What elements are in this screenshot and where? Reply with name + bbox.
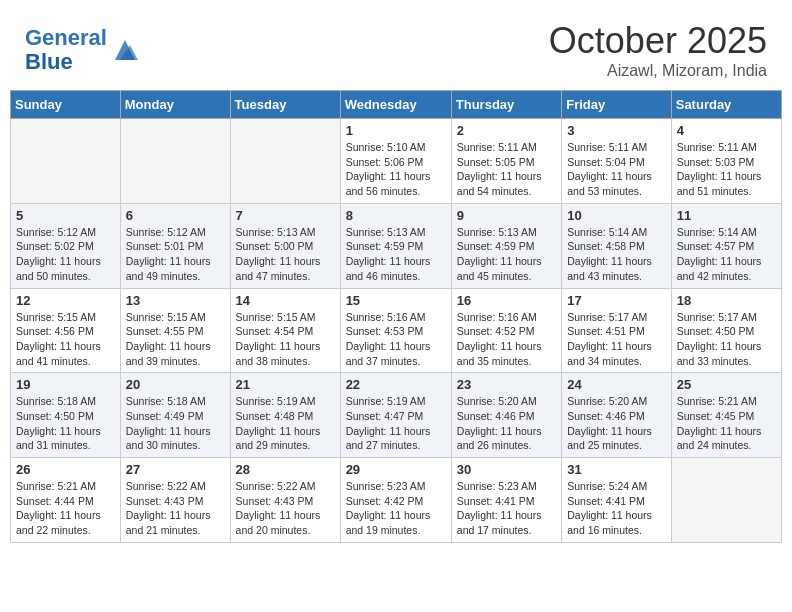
day-info: Sunrise: 5:23 AMSunset: 4:41 PMDaylight:… — [457, 479, 556, 538]
day-number: 22 — [346, 377, 446, 392]
calendar-cell: 12Sunrise: 5:15 AMSunset: 4:56 PMDayligh… — [11, 288, 121, 373]
day-number: 20 — [126, 377, 225, 392]
title-block: October 2025 Aizawl, Mizoram, India — [549, 20, 767, 80]
calendar-table: SundayMondayTuesdayWednesdayThursdayFrid… — [10, 90, 782, 543]
day-number: 1 — [346, 123, 446, 138]
calendar-cell: 29Sunrise: 5:23 AMSunset: 4:42 PMDayligh… — [340, 458, 451, 543]
calendar-cell: 25Sunrise: 5:21 AMSunset: 4:45 PMDayligh… — [671, 373, 781, 458]
calendar-cell: 15Sunrise: 5:16 AMSunset: 4:53 PMDayligh… — [340, 288, 451, 373]
page-header: GeneralBlue October 2025 Aizawl, Mizoram… — [10, 10, 782, 85]
calendar-cell: 3Sunrise: 5:11 AMSunset: 5:04 PMDaylight… — [562, 119, 672, 204]
calendar-cell: 26Sunrise: 5:21 AMSunset: 4:44 PMDayligh… — [11, 458, 121, 543]
day-info: Sunrise: 5:15 AMSunset: 4:56 PMDaylight:… — [16, 310, 115, 369]
calendar-cell: 18Sunrise: 5:17 AMSunset: 4:50 PMDayligh… — [671, 288, 781, 373]
calendar-cell: 4Sunrise: 5:11 AMSunset: 5:03 PMDaylight… — [671, 119, 781, 204]
day-info: Sunrise: 5:16 AMSunset: 4:52 PMDaylight:… — [457, 310, 556, 369]
day-number: 19 — [16, 377, 115, 392]
logo-icon — [110, 35, 140, 65]
calendar-week-row: 12Sunrise: 5:15 AMSunset: 4:56 PMDayligh… — [11, 288, 782, 373]
day-info: Sunrise: 5:24 AMSunset: 4:41 PMDaylight:… — [567, 479, 666, 538]
day-info: Sunrise: 5:23 AMSunset: 4:42 PMDaylight:… — [346, 479, 446, 538]
weekday-header-friday: Friday — [562, 91, 672, 119]
weekday-header-wednesday: Wednesday — [340, 91, 451, 119]
day-info: Sunrise: 5:13 AMSunset: 4:59 PMDaylight:… — [457, 225, 556, 284]
calendar-cell — [120, 119, 230, 204]
day-info: Sunrise: 5:18 AMSunset: 4:50 PMDaylight:… — [16, 394, 115, 453]
day-info: Sunrise: 5:22 AMSunset: 4:43 PMDaylight:… — [236, 479, 335, 538]
day-number: 9 — [457, 208, 556, 223]
day-info: Sunrise: 5:17 AMSunset: 4:51 PMDaylight:… — [567, 310, 666, 369]
day-number: 10 — [567, 208, 666, 223]
calendar-cell: 7Sunrise: 5:13 AMSunset: 5:00 PMDaylight… — [230, 203, 340, 288]
calendar-cell: 19Sunrise: 5:18 AMSunset: 4:50 PMDayligh… — [11, 373, 121, 458]
day-info: Sunrise: 5:19 AMSunset: 4:47 PMDaylight:… — [346, 394, 446, 453]
calendar-cell: 10Sunrise: 5:14 AMSunset: 4:58 PMDayligh… — [562, 203, 672, 288]
day-info: Sunrise: 5:20 AMSunset: 4:46 PMDaylight:… — [457, 394, 556, 453]
day-info: Sunrise: 5:13 AMSunset: 4:59 PMDaylight:… — [346, 225, 446, 284]
day-info: Sunrise: 5:20 AMSunset: 4:46 PMDaylight:… — [567, 394, 666, 453]
day-info: Sunrise: 5:16 AMSunset: 4:53 PMDaylight:… — [346, 310, 446, 369]
calendar-cell: 1Sunrise: 5:10 AMSunset: 5:06 PMDaylight… — [340, 119, 451, 204]
calendar-cell: 28Sunrise: 5:22 AMSunset: 4:43 PMDayligh… — [230, 458, 340, 543]
day-number: 31 — [567, 462, 666, 477]
day-number: 3 — [567, 123, 666, 138]
calendar-cell: 5Sunrise: 5:12 AMSunset: 5:02 PMDaylight… — [11, 203, 121, 288]
day-number: 30 — [457, 462, 556, 477]
day-info: Sunrise: 5:12 AMSunset: 5:01 PMDaylight:… — [126, 225, 225, 284]
day-number: 29 — [346, 462, 446, 477]
calendar-cell — [230, 119, 340, 204]
weekday-header-monday: Monday — [120, 91, 230, 119]
calendar-week-row: 1Sunrise: 5:10 AMSunset: 5:06 PMDaylight… — [11, 119, 782, 204]
calendar-cell: 23Sunrise: 5:20 AMSunset: 4:46 PMDayligh… — [451, 373, 561, 458]
day-number: 25 — [677, 377, 776, 392]
day-number: 8 — [346, 208, 446, 223]
day-number: 13 — [126, 293, 225, 308]
day-info: Sunrise: 5:15 AMSunset: 4:54 PMDaylight:… — [236, 310, 335, 369]
calendar-cell: 2Sunrise: 5:11 AMSunset: 5:05 PMDaylight… — [451, 119, 561, 204]
day-number: 6 — [126, 208, 225, 223]
day-number: 2 — [457, 123, 556, 138]
day-number: 26 — [16, 462, 115, 477]
day-number: 27 — [126, 462, 225, 477]
calendar-cell: 27Sunrise: 5:22 AMSunset: 4:43 PMDayligh… — [120, 458, 230, 543]
day-info: Sunrise: 5:18 AMSunset: 4:49 PMDaylight:… — [126, 394, 225, 453]
day-number: 17 — [567, 293, 666, 308]
calendar-cell: 9Sunrise: 5:13 AMSunset: 4:59 PMDaylight… — [451, 203, 561, 288]
weekday-header-row: SundayMondayTuesdayWednesdayThursdayFrid… — [11, 91, 782, 119]
calendar-cell: 24Sunrise: 5:20 AMSunset: 4:46 PMDayligh… — [562, 373, 672, 458]
day-info: Sunrise: 5:14 AMSunset: 4:58 PMDaylight:… — [567, 225, 666, 284]
weekday-header-thursday: Thursday — [451, 91, 561, 119]
calendar-cell: 6Sunrise: 5:12 AMSunset: 5:01 PMDaylight… — [120, 203, 230, 288]
day-number: 5 — [16, 208, 115, 223]
calendar-cell: 30Sunrise: 5:23 AMSunset: 4:41 PMDayligh… — [451, 458, 561, 543]
day-info: Sunrise: 5:21 AMSunset: 4:45 PMDaylight:… — [677, 394, 776, 453]
day-number: 11 — [677, 208, 776, 223]
location: Aizawl, Mizoram, India — [549, 62, 767, 80]
day-info: Sunrise: 5:15 AMSunset: 4:55 PMDaylight:… — [126, 310, 225, 369]
day-info: Sunrise: 5:19 AMSunset: 4:48 PMDaylight:… — [236, 394, 335, 453]
calendar-cell: 21Sunrise: 5:19 AMSunset: 4:48 PMDayligh… — [230, 373, 340, 458]
logo: GeneralBlue — [25, 26, 140, 74]
weekday-header-saturday: Saturday — [671, 91, 781, 119]
day-number: 7 — [236, 208, 335, 223]
calendar-cell: 13Sunrise: 5:15 AMSunset: 4:55 PMDayligh… — [120, 288, 230, 373]
calendar-cell: 8Sunrise: 5:13 AMSunset: 4:59 PMDaylight… — [340, 203, 451, 288]
day-number: 21 — [236, 377, 335, 392]
day-number: 15 — [346, 293, 446, 308]
day-number: 14 — [236, 293, 335, 308]
calendar-cell — [671, 458, 781, 543]
calendar-cell: 11Sunrise: 5:14 AMSunset: 4:57 PMDayligh… — [671, 203, 781, 288]
calendar-cell: 16Sunrise: 5:16 AMSunset: 4:52 PMDayligh… — [451, 288, 561, 373]
day-number: 12 — [16, 293, 115, 308]
day-number: 18 — [677, 293, 776, 308]
day-info: Sunrise: 5:10 AMSunset: 5:06 PMDaylight:… — [346, 140, 446, 199]
day-number: 28 — [236, 462, 335, 477]
month-title: October 2025 — [549, 20, 767, 62]
day-number: 4 — [677, 123, 776, 138]
day-info: Sunrise: 5:13 AMSunset: 5:00 PMDaylight:… — [236, 225, 335, 284]
calendar-cell: 22Sunrise: 5:19 AMSunset: 4:47 PMDayligh… — [340, 373, 451, 458]
calendar-cell — [11, 119, 121, 204]
day-info: Sunrise: 5:11 AMSunset: 5:04 PMDaylight:… — [567, 140, 666, 199]
day-number: 16 — [457, 293, 556, 308]
day-info: Sunrise: 5:11 AMSunset: 5:03 PMDaylight:… — [677, 140, 776, 199]
